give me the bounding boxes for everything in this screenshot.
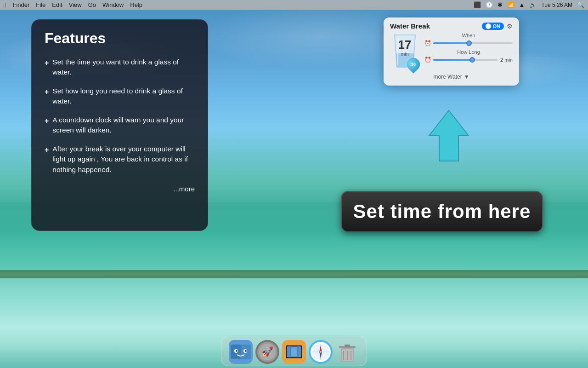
trash-dock-icon <box>335 340 359 364</box>
water-break-widget: Water Break ON ⚙ 17 min <box>384 17 519 86</box>
safari-dock-icon <box>309 340 333 364</box>
more-water-label: more Water <box>433 74 462 80</box>
feature-plus-3: + <box>45 115 49 136</box>
when-slider-row: ⏰ <box>424 40 513 46</box>
timer-icon: ⏰ <box>424 57 431 63</box>
how-long-slider-row: ⏰ 2 min <box>424 57 513 63</box>
rocket-dock-icon: 🚀 <box>255 340 279 364</box>
features-panel: Features + Set the time you want to drin… <box>31 19 208 231</box>
search-icon-menu[interactable]: 🔍 <box>577 1 584 8</box>
dock-item-trash[interactable] <box>335 340 359 364</box>
menubar-file[interactable]: File <box>36 1 45 8</box>
land-strip <box>0 270 588 278</box>
clock-icon: ⏰ <box>424 40 431 46</box>
toggle-knob <box>486 23 491 29</box>
finder-dock-icon <box>229 340 253 364</box>
arrow-up <box>427 108 471 165</box>
widget-controls: When ⏰ How Long ⏰ 2 min <box>424 33 513 66</box>
when-slider-thumb <box>466 40 472 46</box>
how-long-slider[interactable] <box>433 59 498 61</box>
screenshot-dock-icon <box>282 340 306 364</box>
feature-item-1: + Set the time you want to drink a glass… <box>45 57 195 78</box>
feature-plus-2: + <box>45 86 49 107</box>
toggle-label: ON <box>493 23 501 29</box>
menubar-finder[interactable]: Finder <box>12 1 29 8</box>
svg-rect-19 <box>291 347 297 356</box>
arrow-svg <box>427 108 471 163</box>
how-long-label: How Long <box>424 49 513 55</box>
feature-plus-4: + <box>45 144 49 175</box>
glass-container: 17 min 30 <box>390 33 420 72</box>
svg-text:🚀: 🚀 <box>262 346 273 357</box>
when-label: When <box>424 33 513 38</box>
set-time-label: Set time from here <box>353 201 531 223</box>
menubar-left:  Finder File Edit View Go Window Help <box>4 1 142 9</box>
svg-marker-3 <box>429 110 469 161</box>
clock-icon-menu: 🕐 <box>486 1 493 8</box>
dock-item-safari[interactable] <box>309 340 333 364</box>
when-slider[interactable] <box>433 42 513 44</box>
features-list: + Set the time you want to drink a glass… <box>45 57 195 175</box>
more-link[interactable]: ...more <box>45 185 195 193</box>
feature-item-2: + Set how long you need to drink a glass… <box>45 86 195 107</box>
menubar-help[interactable]: Help <box>130 1 142 8</box>
chevron-down-icon: ▼ <box>464 74 469 80</box>
svg-text:min: min <box>401 51 409 57</box>
menubar-go[interactable]: Go <box>88 1 96 8</box>
apple-menu[interactable]:  <box>4 1 6 9</box>
svg-text:17: 17 <box>398 38 412 52</box>
menubar-right: ⬛ 🕐 ✱ 📶 ▲ 🔊 Tue 5:26 AM 🔍 <box>474 1 584 8</box>
toggle-switch[interactable]: ON <box>482 23 504 30</box>
wifi-icon-menu: 📶 <box>507 1 514 8</box>
svg-point-9 <box>236 350 237 352</box>
feature-text-4: After your break is over your computer w… <box>52 144 195 175</box>
feature-item-3: + A countdown clock will warn you and yo… <box>45 115 195 136</box>
feature-text-2: Set how long you need to drink a glass o… <box>52 86 195 107</box>
dock-item-finder[interactable] <box>229 340 253 364</box>
features-title: Features <box>45 30 195 47</box>
feature-item-4: + After your break is over your computer… <box>45 144 195 175</box>
menubar-time: Tue 5:26 AM <box>541 2 572 8</box>
feature-plus-1: + <box>45 58 49 78</box>
how-long-slider-thumb <box>469 57 475 63</box>
volume-icon-menu: 🔊 <box>529 1 537 8</box>
widget-toggle-area: ON ⚙ <box>482 23 513 30</box>
gear-icon[interactable]: ⚙ <box>507 23 513 30</box>
widget-title: Water Break <box>390 22 430 30</box>
widget-header: Water Break ON ⚙ <box>390 22 513 30</box>
dock: 🚀 <box>221 337 367 366</box>
bluetooth-icon-menu: ✱ <box>498 1 503 8</box>
menubar-view[interactable]: View <box>69 1 82 8</box>
duration-value: 2 min <box>500 57 513 63</box>
more-water-button[interactable]: more Water ▼ <box>390 74 513 80</box>
dock-item-rocket[interactable]: 🚀 <box>255 340 279 364</box>
widget-body: 17 min 30 When ⏰ How Long ⏰ <box>390 33 513 72</box>
dock-item-screenshot[interactable] <box>282 340 306 364</box>
how-long-slider-fill <box>433 59 472 61</box>
arrow-icon-menu: ▲ <box>519 1 525 8</box>
svg-rect-31 <box>345 345 350 347</box>
set-time-button[interactable]: Set time from here <box>341 191 543 232</box>
menubar-window[interactable]: Window <box>102 1 124 8</box>
drop-number: 30 <box>411 62 416 67</box>
menubar:  Finder File Edit View Go Window Help ⬛… <box>0 0 588 10</box>
when-slider-fill <box>433 42 469 44</box>
feature-text-3: A countdown clock will warn you and your… <box>52 115 195 136</box>
feature-text-1: Set the time you want to drink a glass o… <box>52 57 195 78</box>
finder-icon-menu: ⬛ <box>474 1 481 8</box>
menubar-edit[interactable]: Edit <box>52 1 62 8</box>
svg-point-10 <box>245 350 247 352</box>
